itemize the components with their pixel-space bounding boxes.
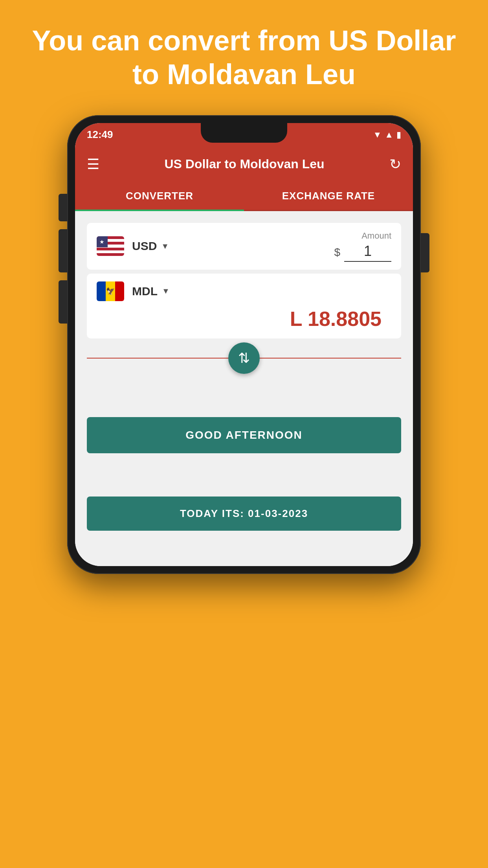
converter-content: USD ▼ Amount $ 1	[75, 211, 413, 566]
volume-button-2	[59, 229, 67, 272]
usd-flag	[97, 236, 124, 256]
result-display: L 18.8805	[280, 303, 391, 338]
tab-converter[interactable]: CONVERTER	[75, 182, 244, 210]
promo-section: You can convert from US Dollar to Moldav…	[0, 0, 488, 107]
from-currency-row: USD ▼ Amount $ 1	[87, 223, 401, 270]
amount-row: $ 1	[334, 243, 391, 262]
greeting-button[interactable]: GOOD AFTERNOON	[87, 417, 401, 453]
coat-of-arms-icon: 🦅	[106, 288, 115, 295]
promo-text: You can convert from US Dollar to Moldav…	[0, 0, 488, 107]
hamburger-icon[interactable]: ☰	[87, 156, 99, 173]
to-currency-symbol: L	[290, 307, 302, 330]
amount-section: Amount $ 1	[169, 231, 391, 262]
flag-red	[115, 281, 124, 301]
tab-exchange-rate[interactable]: EXCHANGE RATE	[244, 182, 413, 210]
to-currency-row: 🦅 MDL ▼	[97, 281, 391, 301]
volume-button-3	[59, 280, 67, 324]
to-currency-dropdown[interactable]: ▼	[162, 287, 170, 296]
refresh-icon[interactable]: ↻	[389, 156, 401, 173]
spacer-bottom	[87, 531, 401, 554]
app-bar: ☰ US Dollar to Moldovan Leu ↻	[75, 147, 413, 182]
phone-screen: 12:49 ⚙ 🛡 ♦ ▼ ▲ ▮ ☰ US Dollar to Mo	[75, 123, 413, 566]
amount-label: Amount	[361, 231, 391, 241]
flag-blue	[97, 281, 106, 301]
tabs: CONVERTER EXCHANGE RATE	[75, 182, 413, 211]
battery-icon: ▮	[396, 130, 401, 140]
divider-row: ⇅	[87, 342, 401, 374]
phone-outer: 12:49 ⚙ 🛡 ♦ ▼ ▲ ▮ ☰ US Dollar to Mo	[67, 115, 421, 574]
notch	[201, 123, 287, 143]
to-currency-section: 🦅 MDL ▼ L 18.8805	[87, 274, 401, 338]
swap-button[interactable]: ⇅	[228, 342, 260, 374]
volume-button-1	[59, 194, 67, 221]
wifi-icon: ▼	[373, 130, 382, 140]
amount-input[interactable]: 1	[344, 243, 391, 262]
from-currency-code: USD	[132, 239, 157, 253]
from-currency-dropdown[interactable]: ▼	[161, 242, 169, 251]
flag-yellow: 🦅	[106, 281, 115, 301]
from-currency-symbol: $	[334, 246, 340, 259]
signal-icon: ▲	[385, 130, 393, 140]
to-currency-code: MDL	[132, 285, 158, 298]
power-button	[421, 233, 429, 272]
status-right-icons: ▼ ▲ ▮	[373, 130, 401, 140]
mdl-flag: 🦅	[97, 281, 124, 301]
spacer-top	[87, 386, 401, 417]
status-time: 12:49	[87, 129, 113, 141]
result-value: 18.8805	[308, 307, 382, 330]
date-button[interactable]: TODAY ITS: 01-03-2023	[87, 497, 401, 531]
spacer-middle	[87, 465, 401, 497]
swap-icon: ⇅	[238, 350, 250, 366]
result-section: L 18.8805	[97, 307, 391, 331]
phone-mockup: 12:49 ⚙ 🛡 ♦ ▼ ▲ ▮ ☰ US Dollar to Mo	[67, 115, 421, 574]
app-title: US Dollar to Moldovan Leu	[164, 157, 324, 171]
